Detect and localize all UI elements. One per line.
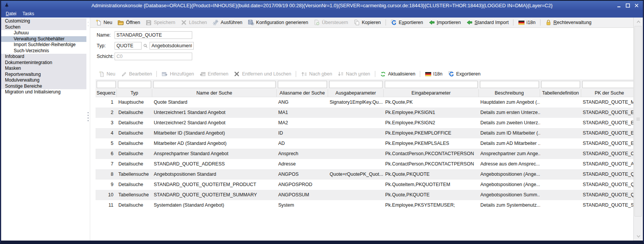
table-cell: Pk.Quote,PKQUOTE	[384, 192, 479, 197]
scroll-up-icon[interactable]	[634, 18, 643, 25]
column-filter-input-ausgabeparameter[interactable]	[329, 81, 383, 88]
toolbar-button-i18n[interactable]: I18n	[422, 70, 445, 78]
table-cell: 1	[96, 100, 117, 105]
table-cell: 6	[96, 151, 117, 156]
scrollbar-thumb[interactable]	[634, 26, 642, 217]
sidebar-item-migration-und-initialisierung[interactable]: Migration und Initialisierung	[1, 89, 86, 95]
maximize-button[interactable]	[625, 3, 631, 8]
table-cell: MA1	[277, 110, 328, 115]
sidebar-item-reportverwaltung[interactable]: Reportverwaltung	[1, 72, 86, 78]
toolbar-button-ausfuehren[interactable]: Ausführen	[210, 18, 245, 27]
sidebar-item-verwaltung-suchbehaelter[interactable]: Verwaltung Suchbehälter	[1, 36, 86, 42]
table-cell: STANDARD_QUOTE_EM	[581, 110, 633, 115]
name-input[interactable]	[115, 31, 192, 39]
filter-cell	[479, 80, 540, 88]
schicht-field	[115, 53, 192, 60]
column-header-typ[interactable]: Typ	[117, 89, 152, 97]
toolbar-button-exportieren[interactable]: Exportieren	[388, 18, 426, 27]
table-cell: Detailsuche	[117, 151, 152, 156]
table-cell: Pk.ContactPerson,PKCONTACTPERSON	[384, 161, 479, 167]
sidebar-item-suchen[interactable]: Suchen	[1, 24, 86, 30]
table-row[interactable]: 1HauptsucheQuote StandardANGSignatory1Em…	[96, 97, 633, 108]
table-row[interactable]: 5DetailsucheMitarbeiter AD (Standard Ang…	[96, 138, 633, 149]
menu-tasks[interactable]: Tasks	[19, 10, 37, 17]
table-cell: Angebotspositionen (Ange...	[479, 182, 540, 187]
table-row[interactable]: 8TabellensucheAngebotspositionen Standar…	[96, 169, 633, 180]
menu-datei[interactable]: Datei	[3, 10, 19, 17]
new-document-gray-icon	[98, 71, 105, 77]
sidebar-item-import-suchfelder-reihenfolge[interactable]: Import Suchfelder-Reihenfolge	[1, 42, 86, 48]
column-header-aliasname-der-suche[interactable]: Aliasname der Suche	[277, 89, 328, 97]
column-filter-input-aliasname-der-suche[interactable]	[278, 81, 327, 88]
table-cell: Signatory1EmplKey.Qu...	[328, 100, 384, 105]
app-window: Administrationskonsole {Database=ORACLE}…	[0, 0, 644, 244]
table-row[interactable]: 10TabellensucheSTANDARD_QUOTE_QUOTEITEM_…	[96, 190, 633, 200]
toolbar-button-aktualisieren[interactable]: Aktualisieren	[377, 70, 418, 78]
column-filter-input-eingabeparameter[interactable]	[385, 81, 478, 88]
filter-cell	[540, 80, 581, 88]
sidebar-item-masken[interactable]: Masken	[1, 66, 86, 72]
column-header-ausgabeparameter[interactable]: Ausgabeparameter	[328, 89, 384, 97]
column-filter-input-name-der-suche[interactable]	[153, 81, 276, 88]
table-cell: AD	[277, 141, 328, 146]
column-filter-input-sequenz[interactable]	[97, 81, 116, 88]
toolbar-button-label: Löschen	[189, 20, 207, 25]
column-header-sequenz[interactable]: Sequenz	[96, 89, 117, 97]
splitter[interactable]: ‹›	[86, 18, 90, 241]
column-header-pk-der-suche[interactable]: PK der Suche	[581, 89, 633, 97]
table-cell: Pk.Employee,PKSIGN2	[384, 120, 479, 125]
column-header-name-der-suche[interactable]: Name der Suche	[152, 89, 277, 97]
toolbar-button-i18n[interactable]: i18n	[515, 18, 538, 27]
search-table: SequenzTypName der SucheAliasname der Su…	[96, 79, 633, 210]
column-filter-input-beschreibung[interactable]	[480, 81, 539, 88]
toolbar-button-importieren[interactable]: Importieren	[426, 18, 463, 27]
sidebar-item-sonstige-bereiche[interactable]: Sonstige Bereiche	[1, 83, 86, 90]
toolbar-separator	[296, 71, 296, 77]
splitter-collapse-icon[interactable]: ‹›	[86, 21, 90, 27]
sidebar-item-dokumentenintegration[interactable]: Dokumentenintegration	[1, 60, 86, 66]
sidebar-item-modulverwaltung[interactable]: Modulverwaltung	[1, 77, 86, 83]
table-row[interactable]: 11DetailsucheSystemdaten (Standard Angeb…	[96, 200, 633, 210]
close-button[interactable]	[633, 3, 640, 8]
table-row[interactable]: 9DetailsucheSTANDARD_QUOTE_QUOTEITEM_PRO…	[96, 180, 633, 190]
toolbar-button-bearbeiten: Bearbeiten	[118, 70, 155, 78]
column-filter-input-pk-der-suche[interactable]	[582, 81, 633, 88]
table-cell: Unterzeichner2 Standard Angebot	[152, 120, 277, 125]
table-row[interactable]: 3DetailsucheUnterzeichner2 Standard Ange…	[96, 118, 633, 128]
column-header-beschreibung[interactable]: Beschreibung	[479, 89, 540, 97]
table-row[interactable]: 7DetailsucheSTANDARD_QUOTE_ADDRESSAdress…	[96, 159, 633, 169]
toolbar-button-kopieren[interactable]: Kopieren	[351, 18, 384, 27]
table-row[interactable]: 6DetailsucheAnsprechpartner Standard Ang…	[96, 149, 633, 159]
column-filter-input-typ[interactable]	[118, 81, 151, 88]
export-blue-icon	[448, 71, 454, 77]
minimize-button[interactable]	[616, 3, 622, 8]
table-cell: STANDARD_QUOTE_EM	[581, 130, 633, 136]
sidebar-item-customizing[interactable]: Customizing	[1, 18, 86, 24]
titlebar: Administrationskonsole {Database=ORACLE}…	[1, 1, 643, 10]
table-row[interactable]: 2DetailsucheUnterzeichner1 Standard Ange…	[96, 108, 633, 118]
table-cell: Detailsuche	[117, 110, 152, 115]
table-cell: STANDARD_QUOTE_QU	[581, 172, 633, 177]
column-header-eingabeparameter[interactable]: Eingabeparameter	[384, 89, 479, 97]
table-cell: Tabellensuche	[117, 172, 152, 177]
toolbar-button-exportieren[interactable]: Exportieren	[445, 70, 483, 78]
sidebar-item-juhuuu[interactable]: Juhuuu	[1, 30, 86, 36]
toolbar-button-hinzufuegen: Hinzufügen	[159, 70, 196, 78]
toolbar-button-rechteverwaltung[interactable]: Rechteverwaltung	[542, 18, 594, 27]
toolbar-button-oeffnen[interactable]: Öffnen	[115, 18, 143, 27]
toolbar-button-standard-import[interactable]: Standard Import	[464, 18, 512, 27]
scroll-down-icon[interactable]	[634, 233, 643, 240]
vertical-scrollbar[interactable]	[633, 18, 643, 241]
typ-input[interactable]	[115, 42, 142, 50]
table-row[interactable]: 4DetailsucheMitarbeiter ID (Standard Ang…	[96, 128, 633, 138]
sidebar-item-infoboard[interactable]: Infoboard	[1, 54, 86, 60]
sidebar-item-such-verzeichnis[interactable]: Such-Verzeichnis	[1, 48, 86, 54]
toolbar-separator	[375, 71, 375, 77]
toolbar-button-konfiguration-generieren[interactable]: Konfiguration generieren	[245, 18, 311, 27]
typ-lookup-button[interactable]	[142, 42, 149, 49]
toolbar-button-neu[interactable]: Neu	[92, 18, 115, 27]
column-filter-input-tabellendefinition[interactable]	[541, 81, 580, 88]
column-header-tabellendefinition[interactable]: Tabellendefinition	[540, 89, 581, 97]
table-cell: ID	[277, 130, 328, 136]
toolbar-button-label: Konfiguration generieren	[256, 20, 308, 25]
